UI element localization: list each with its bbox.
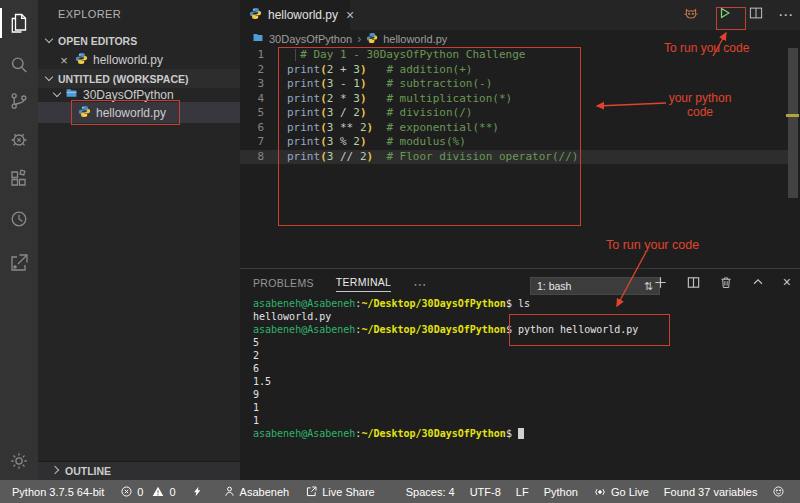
folder-label: 30DaysOfPython xyxy=(83,88,174,102)
code-line[interactable]: 8print(3 // 2) # Floor division operator… xyxy=(240,150,788,165)
terminal-cursor xyxy=(518,428,524,439)
cat-extension-icon[interactable] xyxy=(681,3,701,27)
activity-bar xyxy=(0,0,38,480)
code-line[interactable]: 2print(2 + 3) # addition(+) xyxy=(240,63,788,78)
split-editor-icon[interactable] xyxy=(747,4,765,26)
lightning-item[interactable] xyxy=(192,485,207,498)
terminal-line: 6 xyxy=(253,362,638,375)
line-number: 5 xyxy=(240,106,264,121)
source-control-icon[interactable] xyxy=(0,84,38,118)
chevron-down-icon xyxy=(45,73,53,81)
encoding-item[interactable]: UTF-8 xyxy=(470,486,501,498)
debug-icon[interactable] xyxy=(0,122,38,156)
code-line[interactable]: 1 # Day 1 - 30DaysOfPython Challenge xyxy=(240,48,788,63)
line-number: 7 xyxy=(240,135,264,150)
warnings-item[interactable]: 0 xyxy=(151,485,175,498)
indent-guide xyxy=(295,49,296,61)
sidebar-explorer: EXPLORER OPEN EDITORS × helloworld.py UN… xyxy=(38,0,240,480)
user-item[interactable]: Asabeneh xyxy=(223,485,290,498)
extensions-icon[interactable] xyxy=(0,162,38,196)
kill-terminal-icon[interactable] xyxy=(719,275,733,290)
line-number: 1 xyxy=(240,48,264,63)
live-share-item[interactable]: Live Share xyxy=(305,485,375,498)
terminal-line: 2 xyxy=(253,349,638,362)
share-icon[interactable] xyxy=(0,246,38,280)
close-icon[interactable]: × xyxy=(58,54,70,67)
more-tabs-icon[interactable]: ⋯ xyxy=(413,277,427,292)
code-line[interactable]: 7print(3 % 2) # modulus(%) xyxy=(240,135,788,150)
line-number: 2 xyxy=(240,63,264,78)
python-file-icon xyxy=(249,7,262,23)
terminal-output[interactable]: asabeneh@Asabeneh:~/Desktop/30DaysOfPyth… xyxy=(253,297,638,440)
python-version-item[interactable]: Python 3.7.5 64-bit xyxy=(12,486,104,498)
editor-scrollbar[interactable] xyxy=(788,48,798,198)
breadcrumb[interactable]: 30DaysOfPython › helloworld.py xyxy=(240,30,800,47)
run-icon[interactable] xyxy=(714,3,734,27)
live-share-icon xyxy=(305,485,318,498)
python-file-icon xyxy=(78,105,91,121)
explorer-icon[interactable] xyxy=(0,6,38,40)
tab-bar: helloworld.py × ⋯ xyxy=(240,0,800,30)
terminal-line: asabeneh@Asabeneh:~/Desktop/30DaysOfPyth… xyxy=(253,427,638,440)
code-lines[interactable]: 1 # Day 1 - 30DaysOfPython Challenge2pri… xyxy=(240,48,788,164)
split-terminal-icon[interactable] xyxy=(686,275,701,290)
code-line[interactable]: 5print(3 / 2) # division(/) xyxy=(240,106,788,121)
go-live-icon xyxy=(593,485,607,499)
python-file-icon xyxy=(75,52,88,68)
outline-section-header[interactable]: OUTLINE xyxy=(38,461,240,480)
shell-selector[interactable]: 1: bash ⇅ xyxy=(530,277,660,295)
errors-item[interactable]: 0 xyxy=(120,485,143,498)
close-panel-icon[interactable]: × xyxy=(783,274,791,290)
eol-item[interactable]: LF xyxy=(516,486,529,498)
variables-item[interactable]: Found 37 variables xyxy=(664,486,758,498)
new-terminal-icon[interactable] xyxy=(653,275,668,290)
sidebar-title: EXPLORER xyxy=(58,8,121,20)
folder-item-30daysofpython[interactable]: 30DaysOfPython xyxy=(38,86,240,103)
line-number: 3 xyxy=(240,77,264,92)
file-item-helloworld[interactable]: helloworld.py xyxy=(38,102,240,123)
folder-icon xyxy=(252,32,264,45)
line-number: 4 xyxy=(240,92,264,107)
terminal-line: 9 xyxy=(253,388,638,401)
open-editors-header[interactable]: OPEN EDITORS xyxy=(38,31,240,50)
file-label: helloworld.py xyxy=(96,106,166,120)
vscode-window: EXPLORER OPEN EDITORS × helloworld.py UN… xyxy=(0,0,800,503)
breadcrumb-folder[interactable]: 30DaysOfPython xyxy=(269,33,352,45)
code-line[interactable]: 3print(3 - 1) # subtraction(-) xyxy=(240,77,788,92)
more-actions-icon[interactable]: ⋯ xyxy=(778,6,794,24)
tab-helloworld[interactable]: helloworld.py × xyxy=(240,0,350,30)
clock-icon[interactable] xyxy=(0,202,38,236)
language-item[interactable]: Python xyxy=(544,486,578,498)
panel-tabs: PROBLEMS TERMINAL ⋯ xyxy=(253,276,427,292)
search-icon[interactable] xyxy=(0,48,38,82)
python-file-icon xyxy=(366,32,378,46)
folder-icon xyxy=(65,87,78,102)
lightning-icon xyxy=(192,485,203,498)
feedback-item[interactable] xyxy=(772,485,785,498)
chevron-right-icon: › xyxy=(357,32,361,46)
line-number: 8 xyxy=(240,150,264,165)
spaces-item[interactable]: Spaces: 4 xyxy=(406,486,455,498)
code-line[interactable]: 6print(3 ** 2) # exponential(**) xyxy=(240,121,788,136)
close-icon[interactable]: × xyxy=(346,8,354,22)
open-editor-label: helloworld.py xyxy=(93,53,163,67)
tab-problems[interactable]: PROBLEMS xyxy=(253,277,314,292)
smiley-icon xyxy=(772,485,785,498)
terminal-line: asabeneh@Asabeneh:~/Desktop/30DaysOfPyth… xyxy=(253,323,638,336)
error-icon xyxy=(120,485,133,498)
open-editor-item[interactable]: × helloworld.py xyxy=(38,50,240,70)
gear-icon[interactable] xyxy=(0,444,38,478)
tab-label: helloworld.py xyxy=(268,8,338,22)
editor-actions: ⋯ xyxy=(681,0,794,30)
terminal-line: 5 xyxy=(253,336,638,349)
chevron-right-icon xyxy=(51,465,59,473)
terminal-line: asabeneh@Asabeneh:~/Desktop/30DaysOfPyth… xyxy=(253,297,638,310)
breadcrumb-file[interactable]: helloworld.py xyxy=(383,33,447,45)
chevron-down-icon xyxy=(45,35,53,43)
code-line[interactable]: 4print(2 * 3) # multiplication(*) xyxy=(240,92,788,107)
go-live-item[interactable]: Go Live xyxy=(593,485,649,499)
tab-terminal[interactable]: TERMINAL xyxy=(336,276,392,292)
chevron-down-icon xyxy=(53,89,61,97)
maximize-panel-icon[interactable] xyxy=(751,275,765,289)
status-right: Spaces: 4 UTF-8 LF Python Go Live Found … xyxy=(391,485,800,499)
